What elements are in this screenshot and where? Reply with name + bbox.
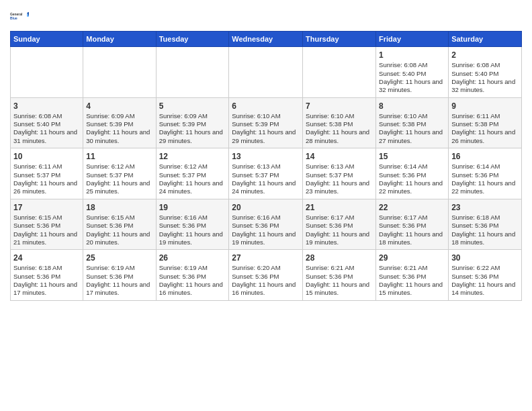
calendar-cell [83,47,156,98]
calendar-cell: 1Sunrise: 6:08 AM Sunset: 5:40 PM Daylig… [376,47,449,98]
day-number: 14 [306,151,373,162]
day-number: 13 [232,151,300,162]
day-number: 24 [13,253,80,263]
calendar-cell: 9Sunrise: 6:11 AM Sunset: 5:38 PM Daylig… [449,97,522,148]
day-info: Sunrise: 6:19 AM Sunset: 5:36 PM Dayligh… [86,264,152,297]
calendar-cell: 15Sunrise: 6:14 AM Sunset: 5:36 PM Dayli… [376,148,449,199]
day-number: 7 [306,101,373,111]
day-info: Sunrise: 6:16 AM Sunset: 5:36 PM Dayligh… [232,214,300,246]
day-info: Sunrise: 6:13 AM Sunset: 5:37 PM Dayligh… [306,163,373,195]
day-number: 21 [306,202,373,213]
page: General Blue SundayMondayTuesdayWednesda… [0,0,532,308]
calendar-cell: 3Sunrise: 6:08 AM Sunset: 5:40 PM Daylig… [11,97,83,148]
logo-icon: General Blue [10,7,29,26]
svg-text:General: General [10,13,23,16]
calendar-cell: 30Sunrise: 6:22 AM Sunset: 5:36 PM Dayli… [449,250,522,301]
day-info: Sunrise: 6:17 AM Sunset: 5:36 PM Dayligh… [379,214,445,246]
day-number: 29 [379,253,445,263]
day-number: 23 [451,202,519,213]
day-info: Sunrise: 6:11 AM Sunset: 5:38 PM Dayligh… [451,112,519,145]
header: General Blue [10,7,522,26]
svg-text:Blue: Blue [10,17,17,20]
day-info: Sunrise: 6:21 AM Sunset: 5:36 PM Dayligh… [306,264,373,297]
calendar-cell [303,47,376,98]
calendar-cell: 13Sunrise: 6:13 AM Sunset: 5:37 PM Dayli… [229,148,303,199]
calendar-cell: 26Sunrise: 6:19 AM Sunset: 5:36 PM Dayli… [156,250,229,301]
weekday-header-thursday: Thursday [303,32,376,47]
calendar-cell: 27Sunrise: 6:20 AM Sunset: 5:36 PM Dayli… [229,250,303,301]
calendar-cell: 29Sunrise: 6:21 AM Sunset: 5:36 PM Dayli… [376,250,449,301]
week-row-1: 1Sunrise: 6:08 AM Sunset: 5:40 PM Daylig… [11,47,522,98]
week-row-4: 17Sunrise: 6:15 AM Sunset: 5:36 PM Dayli… [11,199,522,250]
day-number: 19 [159,202,226,213]
logo: General Blue [10,7,29,26]
day-number: 5 [159,101,226,111]
day-info: Sunrise: 6:17 AM Sunset: 5:36 PM Dayligh… [306,214,373,246]
day-number: 15 [379,151,445,162]
week-row-2: 3Sunrise: 6:08 AM Sunset: 5:40 PM Daylig… [11,97,522,148]
weekday-header-friday: Friday [376,32,449,47]
day-info: Sunrise: 6:09 AM Sunset: 5:39 PM Dayligh… [86,112,152,145]
day-info: Sunrise: 6:22 AM Sunset: 5:36 PM Dayligh… [451,264,519,297]
calendar-cell: 16Sunrise: 6:14 AM Sunset: 5:36 PM Dayli… [449,148,522,199]
day-info: Sunrise: 6:16 AM Sunset: 5:36 PM Dayligh… [159,214,226,246]
weekday-header-wednesday: Wednesday [229,32,303,47]
week-row-5: 24Sunrise: 6:18 AM Sunset: 5:36 PM Dayli… [11,250,522,301]
day-number: 3 [13,101,80,111]
calendar-cell: 28Sunrise: 6:21 AM Sunset: 5:36 PM Dayli… [303,250,376,301]
calendar-cell: 17Sunrise: 6:15 AM Sunset: 5:36 PM Dayli… [11,199,83,250]
day-info: Sunrise: 6:15 AM Sunset: 5:36 PM Dayligh… [13,214,80,246]
weekday-header-monday: Monday [83,32,156,47]
day-info: Sunrise: 6:10 AM Sunset: 5:38 PM Dayligh… [306,112,373,145]
day-number: 2 [451,50,519,60]
day-info: Sunrise: 6:15 AM Sunset: 5:36 PM Dayligh… [86,214,152,246]
day-number: 11 [86,151,152,162]
day-number: 8 [379,101,445,111]
weekday-header-saturday: Saturday [449,32,522,47]
calendar-cell: 25Sunrise: 6:19 AM Sunset: 5:36 PM Dayli… [83,250,156,301]
day-number: 18 [86,202,152,213]
day-number: 22 [379,202,445,213]
calendar-cell: 20Sunrise: 6:16 AM Sunset: 5:36 PM Dayli… [229,199,303,250]
day-info: Sunrise: 6:08 AM Sunset: 5:40 PM Dayligh… [451,61,519,94]
day-info: Sunrise: 6:13 AM Sunset: 5:37 PM Dayligh… [232,163,300,195]
calendar-cell: 18Sunrise: 6:15 AM Sunset: 5:36 PM Dayli… [83,199,156,250]
calendar-table: SundayMondayTuesdayWednesdayThursdayFrid… [10,31,522,301]
calendar-cell: 22Sunrise: 6:17 AM Sunset: 5:36 PM Dayli… [376,199,449,250]
day-number: 17 [13,202,80,213]
calendar-cell: 14Sunrise: 6:13 AM Sunset: 5:37 PM Dayli… [303,148,376,199]
calendar-cell: 6Sunrise: 6:10 AM Sunset: 5:39 PM Daylig… [229,97,303,148]
day-number: 16 [451,151,519,162]
day-info: Sunrise: 6:12 AM Sunset: 5:37 PM Dayligh… [86,163,152,195]
day-info: Sunrise: 6:10 AM Sunset: 5:39 PM Dayligh… [232,112,300,145]
calendar-cell: 7Sunrise: 6:10 AM Sunset: 5:38 PM Daylig… [303,97,376,148]
day-info: Sunrise: 6:19 AM Sunset: 5:36 PM Dayligh… [159,264,226,297]
calendar-cell [156,47,229,98]
day-info: Sunrise: 6:18 AM Sunset: 5:36 PM Dayligh… [451,214,519,246]
day-number: 4 [86,101,152,111]
day-number: 20 [232,202,300,213]
weekday-header-row: SundayMondayTuesdayWednesdayThursdayFrid… [11,32,522,47]
day-info: Sunrise: 6:21 AM Sunset: 5:36 PM Dayligh… [379,264,445,297]
day-info: Sunrise: 6:11 AM Sunset: 5:37 PM Dayligh… [13,163,80,195]
calendar-cell: 5Sunrise: 6:09 AM Sunset: 5:39 PM Daylig… [156,97,229,148]
calendar-cell: 8Sunrise: 6:10 AM Sunset: 5:38 PM Daylig… [376,97,449,148]
day-info: Sunrise: 6:14 AM Sunset: 5:36 PM Dayligh… [379,163,445,195]
calendar-cell: 24Sunrise: 6:18 AM Sunset: 5:36 PM Dayli… [11,250,83,301]
day-info: Sunrise: 6:10 AM Sunset: 5:38 PM Dayligh… [379,112,445,145]
calendar-cell: 19Sunrise: 6:16 AM Sunset: 5:36 PM Dayli… [156,199,229,250]
day-number: 26 [159,253,226,263]
day-info: Sunrise: 6:20 AM Sunset: 5:36 PM Dayligh… [232,264,300,297]
day-number: 25 [86,253,152,263]
day-number: 30 [451,253,519,263]
weekday-header-tuesday: Tuesday [156,32,229,47]
day-info: Sunrise: 6:14 AM Sunset: 5:36 PM Dayligh… [451,163,519,195]
calendar-cell: 23Sunrise: 6:18 AM Sunset: 5:36 PM Dayli… [449,199,522,250]
day-info: Sunrise: 6:09 AM Sunset: 5:39 PM Dayligh… [159,112,226,145]
day-info: Sunrise: 6:12 AM Sunset: 5:37 PM Dayligh… [159,163,226,195]
day-number: 1 [379,50,445,60]
day-number: 27 [232,253,300,263]
day-number: 28 [306,253,373,263]
calendar-cell [229,47,303,98]
day-number: 6 [232,101,300,111]
